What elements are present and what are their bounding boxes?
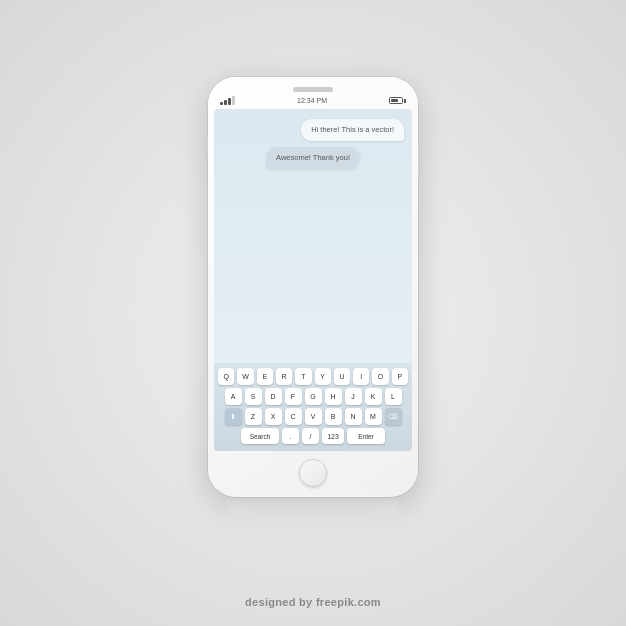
phone-wrapper: 12:34 PM Hi there! This is a vector! Awe… bbox=[208, 77, 418, 529]
key-i[interactable]: I bbox=[353, 368, 369, 385]
phone: 12:34 PM Hi there! This is a vector! Awe… bbox=[208, 77, 418, 497]
key-y[interactable]: Y bbox=[315, 368, 331, 385]
phone-top bbox=[208, 87, 418, 92]
key-b[interactable]: B bbox=[325, 408, 342, 425]
message-bubble-sent: Awesome! Thank you! bbox=[266, 147, 360, 169]
key-t[interactable]: T bbox=[295, 368, 311, 385]
chat-area: Hi there! This is a vector! Awesome! Tha… bbox=[214, 109, 412, 363]
keyboard-row-2: A S D F G H J K L bbox=[218, 388, 408, 405]
key-v[interactable]: V bbox=[305, 408, 322, 425]
key-n[interactable]: N bbox=[345, 408, 362, 425]
key-r[interactable]: R bbox=[276, 368, 292, 385]
message-bubble-received: Hi there! This is a vector! bbox=[301, 119, 404, 141]
key-z[interactable]: Z bbox=[245, 408, 262, 425]
key-k[interactable]: K bbox=[365, 388, 382, 405]
key-e[interactable]: E bbox=[257, 368, 273, 385]
signal-icon bbox=[220, 96, 235, 105]
key-c[interactable]: C bbox=[285, 408, 302, 425]
watermark-brand: freepik.com bbox=[316, 596, 381, 608]
time-display: 12:34 PM bbox=[297, 97, 327, 104]
keyboard-row-bottom: Search . / 123 Enter bbox=[218, 428, 408, 444]
keyboard-row-3: ⬆ Z X C V B N M ⌫ bbox=[218, 408, 408, 425]
backspace-key[interactable]: ⌫ bbox=[385, 408, 402, 425]
key-j[interactable]: J bbox=[345, 388, 362, 405]
key-a[interactable]: A bbox=[225, 388, 242, 405]
message-text-1: Hi there! This is a vector! bbox=[311, 125, 394, 134]
home-button[interactable] bbox=[299, 459, 327, 487]
key-u[interactable]: U bbox=[334, 368, 350, 385]
key-w[interactable]: W bbox=[237, 368, 253, 385]
key-d[interactable]: D bbox=[265, 388, 282, 405]
key-s[interactable]: S bbox=[245, 388, 262, 405]
period-key[interactable]: . bbox=[282, 428, 299, 444]
key-q[interactable]: Q bbox=[218, 368, 234, 385]
watermark-prefix: designed by bbox=[245, 596, 312, 608]
numbers-key[interactable]: 123 bbox=[322, 428, 344, 444]
enter-key[interactable]: Enter bbox=[347, 428, 385, 444]
key-p[interactable]: P bbox=[392, 368, 408, 385]
home-button-area bbox=[208, 451, 418, 497]
search-key[interactable]: Search bbox=[241, 428, 279, 444]
battery-icon bbox=[389, 97, 406, 104]
key-g[interactable]: G bbox=[305, 388, 322, 405]
screen: Hi there! This is a vector! Awesome! Tha… bbox=[214, 109, 412, 451]
key-x[interactable]: X bbox=[265, 408, 282, 425]
key-m[interactable]: M bbox=[365, 408, 382, 425]
shift-key[interactable]: ⬆ bbox=[225, 408, 242, 425]
speaker bbox=[293, 87, 333, 92]
key-f[interactable]: F bbox=[285, 388, 302, 405]
keyboard-row-1: Q W E R T Y U I O P bbox=[218, 368, 408, 385]
status-bar: 12:34 PM bbox=[208, 94, 418, 107]
phone-reflection bbox=[228, 499, 398, 529]
keyboard: Q W E R T Y U I O P A S D F G bbox=[214, 363, 412, 451]
key-o[interactable]: O bbox=[372, 368, 388, 385]
key-l[interactable]: L bbox=[385, 388, 402, 405]
key-h[interactable]: H bbox=[325, 388, 342, 405]
watermark: designed by freepik.com bbox=[245, 596, 381, 608]
slash-key[interactable]: / bbox=[302, 428, 319, 444]
message-text-2: Awesome! Thank you! bbox=[276, 153, 350, 162]
